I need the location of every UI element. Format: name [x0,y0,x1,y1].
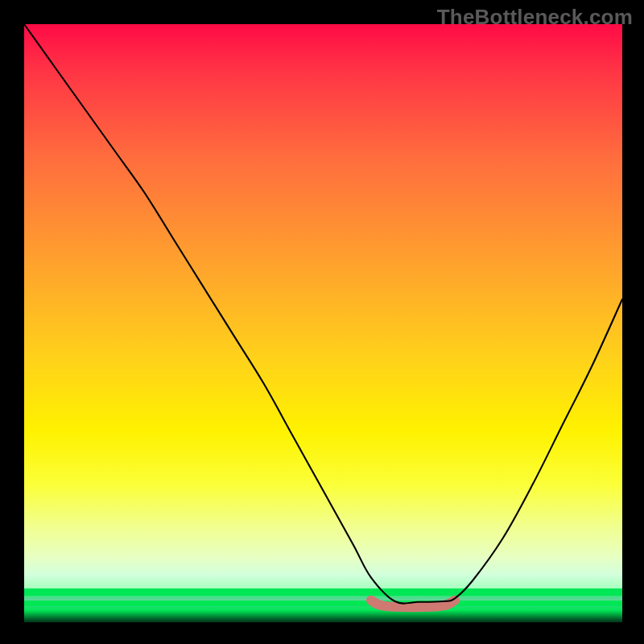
chart-frame: TheBottleneck.com [0,0,644,644]
plot-area [24,24,622,622]
curve-layer [24,24,622,622]
bottleneck-curve [24,24,622,604]
watermark-text: TheBottleneck.com [437,5,633,30]
